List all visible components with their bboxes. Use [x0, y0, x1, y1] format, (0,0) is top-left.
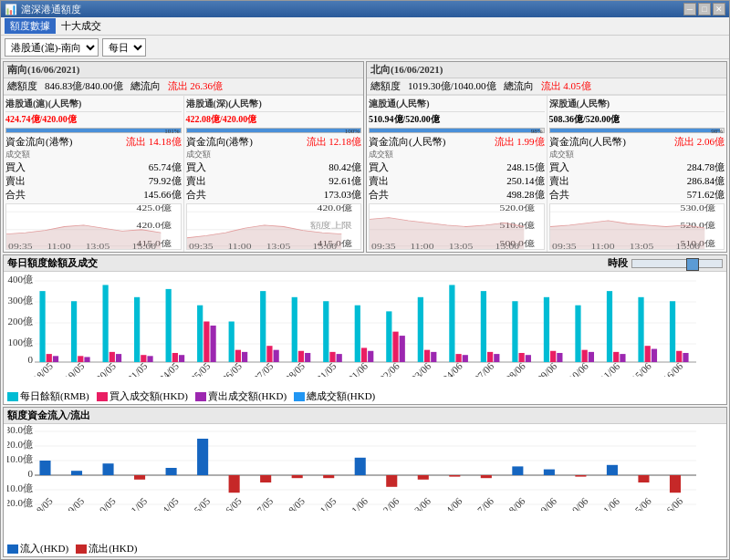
svg-text:11:00: 11:00 [590, 242, 614, 249]
flow-legend-outflow: 流出(HKD) [76, 542, 137, 555]
close-button[interactable]: ✕ [713, 3, 725, 16]
north-sub1-flow-row: 資金流向(人民幣) 流出 1.99億 [369, 135, 545, 149]
svg-rect-119 [550, 351, 556, 362]
south-sub2-quota: 422.08億/420.00億 [186, 113, 257, 126]
main-window: 📊 滬深港通額度 ─ □ ✕ 額度數據 十大成交 港股通(滬)-南向 港股通(深… [0, 0, 730, 560]
north-sub2-progress-label: 98% [711, 128, 723, 135]
svg-rect-87 [298, 351, 304, 362]
south-sub2-progress-label: 100% [345, 128, 360, 135]
svg-rect-82 [260, 291, 266, 362]
flow-chart-svg: 30.0億 20.0億 10.0億 0 -10.0億 -20.0億 18/051… [7, 424, 723, 511]
svg-rect-99 [392, 332, 398, 362]
north-sub2-progress: 98% [549, 128, 725, 133]
south-sub2-buy-label: 買入 [186, 161, 206, 174]
south-total-quota-label: 總額度 [7, 79, 37, 93]
svg-rect-123 [582, 350, 588, 362]
svg-rect-188 [638, 475, 649, 482]
south-sub2-buy-value: 80.42億 [328, 161, 361, 174]
legend-buy-label: 買入成交額(HKD) [110, 389, 188, 403]
svg-text:03/06: 03/06 [409, 360, 433, 377]
svg-text:400億: 400億 [8, 274, 34, 285]
south-sub2-flow-label: 資金流向(港幣) [186, 135, 253, 149]
svg-rect-184 [575, 475, 586, 477]
menu-item-top10[interactable]: 十大成交 [56, 18, 107, 34]
svg-text:04/06: 04/06 [440, 495, 464, 511]
north-sub1-svg: 520.0億 510.0億 500.0億 09:35 11:00 13 [370, 204, 544, 249]
svg-rect-174 [418, 475, 429, 480]
svg-text:530.0億: 530.0億 [680, 204, 714, 212]
flow-legend-inflow-label: 流入(HKD) [20, 542, 68, 555]
svg-text:11/06: 11/06 [598, 360, 621, 377]
svg-text:15/06: 15/06 [630, 360, 654, 377]
north-net-flow-label: 總流向 [504, 79, 534, 93]
north-sub2-sell-label: 賣出 [549, 174, 569, 188]
time-slider[interactable] [631, 259, 723, 268]
menu-item-quota[interactable]: 額度數據 [5, 18, 56, 34]
svg-rect-79 [235, 350, 241, 362]
freq-select[interactable]: 每日 每週 每月 [102, 38, 146, 57]
svg-rect-170 [355, 458, 366, 475]
south-sub2-flow-row: 資金流向(港幣) 流出 12.18億 [186, 135, 362, 149]
svg-text:16/06: 16/06 [661, 495, 685, 511]
svg-text:24/05: 24/05 [157, 495, 182, 511]
north-total-quota-value: 1019.30億/1040.00億 [408, 79, 496, 93]
svg-text:-20.0億: -20.0億 [7, 497, 33, 508]
svg-text:-10.0億: -10.0億 [7, 482, 33, 493]
svg-text:11:00: 11:00 [227, 242, 251, 249]
svg-rect-124 [589, 352, 594, 362]
svg-text:20/05: 20/05 [94, 495, 119, 511]
svg-rect-104 [431, 352, 436, 362]
svg-text:21/05: 21/05 [125, 495, 150, 511]
south-sub2-buy-row: 買入 80.42億 [186, 161, 362, 174]
svg-text:300億: 300億 [8, 295, 34, 306]
legend-total-label: 總成交額(HKD) [307, 389, 375, 403]
svg-text:30.0億: 30.0億 [7, 424, 33, 435]
minimize-button[interactable]: ─ [683, 3, 696, 16]
south-sub1-svg: 425.0億 420.0億 415.0億 09:35 11:00 [6, 204, 181, 249]
svg-rect-102 [418, 297, 423, 362]
maximize-button[interactable]: □ [698, 3, 711, 16]
legend-quota-label: 每日餘額(RMB) [20, 389, 89, 403]
svg-text:07/06: 07/06 [472, 495, 496, 511]
south-sub1-sell-label: 賣出 [5, 174, 26, 188]
south-sub2: 港股通(深)(人民幣) 422.08億/420.00億 100% 資金流向(港幣… [184, 96, 364, 252]
north-sub2-total-label: 合共 [549, 188, 569, 202]
north-sub2-transaction-label: 成交額 [549, 149, 725, 161]
svg-text:25/05: 25/05 [188, 360, 213, 377]
time-slider-thumb[interactable] [686, 258, 699, 271]
svg-rect-116 [526, 355, 531, 362]
svg-rect-162 [229, 475, 240, 493]
svg-rect-83 [266, 346, 272, 362]
north-sub2-svg: 530.0億 520.0億 510.0億 09:35 11:00 13 [550, 204, 725, 249]
svg-text:16/06: 16/06 [661, 360, 685, 377]
south-sub2-total-row: 合共 173.03億 [186, 188, 362, 202]
svg-rect-114 [512, 301, 517, 362]
market-select[interactable]: 港股通(滬)-南向 港股通(深)-南向 滬股通-北向 深股通-北向 [5, 38, 99, 57]
north-sub2-flow-value: 流出 2.06億 [674, 135, 725, 149]
svg-text:15:00: 15:00 [312, 242, 336, 249]
svg-text:01/06: 01/06 [346, 360, 370, 377]
app-icon: 📊 [5, 4, 17, 16]
svg-rect-158 [166, 468, 177, 475]
svg-rect-112 [494, 354, 499, 362]
svg-text:13:05: 13:05 [629, 242, 652, 249]
svg-rect-156 [134, 475, 145, 480]
north-sub1-flow-label: 資金流向(人民幣) [369, 135, 445, 149]
north-panel: 北向(16/06/2021) 總額度 1019.30億/1040.00億 總流向… [366, 61, 727, 253]
daily-chart-title: 每日額度餘額及成交 [7, 256, 98, 270]
svg-text:15/06: 15/06 [630, 495, 654, 511]
flow-chart-body: 30.0億 20.0億 10.0億 0 -10.0億 -20.0億 18/051… [4, 424, 726, 541]
svg-rect-120 [557, 353, 562, 362]
svg-rect-152 [71, 471, 82, 475]
daily-chart-body: 400億 300億 200億 100億 0 18/0519/0520/0521/… [4, 272, 726, 389]
svg-rect-160 [197, 439, 208, 475]
svg-text:13:05: 13:05 [86, 242, 110, 249]
svg-text:08/06: 08/06 [503, 495, 527, 511]
svg-rect-126 [607, 291, 612, 362]
svg-rect-178 [481, 475, 492, 478]
north-sub2-total-row: 合共 571.62億 [549, 188, 725, 202]
north-sub2-chart: 530.0億 520.0億 510.0億 09:35 11:00 13 [549, 203, 725, 250]
north-sub2-quota: 508.36億/520.00億 [549, 113, 620, 126]
legend-sell-color [195, 392, 206, 401]
south-sub2-total-value: 173.03億 [324, 188, 361, 202]
